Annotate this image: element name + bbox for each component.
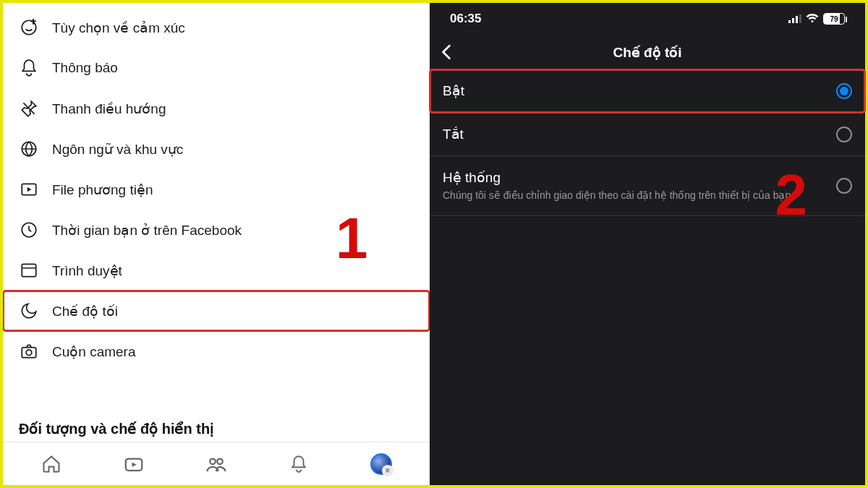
settings-row-label: Tùy chọn về cảm xúc: [52, 20, 185, 36]
back-button[interactable]: [441, 44, 451, 60]
dark-mode-screen: 06:35 79 Chế độ tối BậtTắtHệ thốngChúng …: [430, 3, 865, 485]
settings-row-label: Ngôn ngữ và khu vực: [52, 141, 183, 158]
moon-icon: [19, 301, 39, 321]
cellular-icon: [788, 14, 801, 23]
dark-mode-option-off[interactable]: Tắt: [430, 113, 865, 156]
option-subtitle: Chúng tôi sẽ điều chỉnh giao diện theo c…: [443, 189, 822, 202]
radio-off[interactable]: [836, 127, 852, 142]
nav-menu-avatar[interactable]: [365, 448, 397, 480]
settings-row-label: File phương tiện: [52, 181, 153, 198]
nav-friends[interactable]: [200, 448, 232, 480]
settings-row-media[interactable]: File phương tiện: [3, 169, 430, 210]
svg-rect-12: [796, 16, 798, 23]
media-icon: [19, 179, 39, 200]
settings-row-label: Trình duyệt: [52, 262, 122, 279]
svg-rect-10: [788, 20, 791, 23]
svg-point-9: [217, 458, 223, 464]
settings-row-label: Thời gian bạn ở trên Facebook: [52, 222, 242, 239]
status-icons: 79: [788, 13, 845, 25]
globe-icon: [19, 139, 39, 159]
status-bar: 06:35 79: [430, 3, 865, 35]
title-bar: Chế độ tối: [430, 35, 865, 69]
reaction-icon: [19, 17, 39, 38]
browser-icon: [19, 260, 39, 281]
dark-mode-option-on[interactable]: Bật: [430, 69, 865, 113]
camera-icon: [19, 341, 39, 361]
radio-system[interactable]: [836, 178, 852, 194]
nav-notifications[interactable]: [283, 448, 315, 480]
option-label: Bật: [443, 82, 822, 99]
tutorial-composite: Tùy chọn về cảm xúcThông báoThanh điều h…: [0, 0, 868, 488]
svg-rect-11: [792, 18, 794, 23]
status-time: 06:35: [450, 12, 481, 26]
bottom-nav: [3, 442, 430, 485]
annotation-step-1: 1: [336, 205, 368, 272]
section-header-audience: Đối tượng và chế độ hiển thị: [3, 401, 430, 442]
settings-row-navigation-bar[interactable]: Thanh điều hướng: [3, 88, 430, 129]
battery-icon: 79: [823, 13, 845, 25]
svg-rect-5: [22, 348, 36, 358]
nav-home[interactable]: [35, 448, 67, 480]
settings-row-dark-mode[interactable]: Chế độ tối: [3, 291, 430, 331]
settings-row-label: Cuộn camera: [52, 343, 136, 360]
pin-icon: [19, 98, 39, 119]
settings-list: Tùy chọn về cảm xúcThông báoThanh điều h…: [3, 7, 430, 401]
svg-rect-13: [799, 14, 801, 23]
wifi-icon: [806, 14, 819, 24]
settings-row-label: Thanh điều hướng: [52, 100, 166, 117]
option-label: Hệ thống: [443, 169, 822, 186]
radio-on[interactable]: [836, 83, 852, 99]
option-label: Tắt: [443, 126, 822, 142]
annotation-step-2: 2: [775, 162, 808, 228]
avatar: [370, 453, 392, 475]
svg-point-8: [210, 458, 216, 464]
settings-row-notifications[interactable]: Thông báo: [3, 48, 430, 88]
settings-row-camera-roll[interactable]: Cuộn camera: [3, 331, 430, 372]
screen-title: Chế độ tối: [613, 44, 681, 61]
svg-point-6: [26, 350, 32, 356]
nav-video[interactable]: [118, 448, 150, 480]
svg-rect-4: [22, 264, 36, 276]
clock-icon: [19, 220, 39, 240]
settings-row-label: Chế độ tối: [52, 303, 118, 320]
settings-row-language-region[interactable]: Ngôn ngữ và khu vực: [3, 129, 430, 169]
settings-row-reaction-preferences[interactable]: Tùy chọn về cảm xúc: [3, 7, 430, 48]
settings-screen-light: Tùy chọn về cảm xúcThông báoThanh điều h…: [3, 3, 430, 485]
bell-icon: [19, 58, 39, 78]
settings-row-label: Thông báo: [52, 60, 118, 76]
